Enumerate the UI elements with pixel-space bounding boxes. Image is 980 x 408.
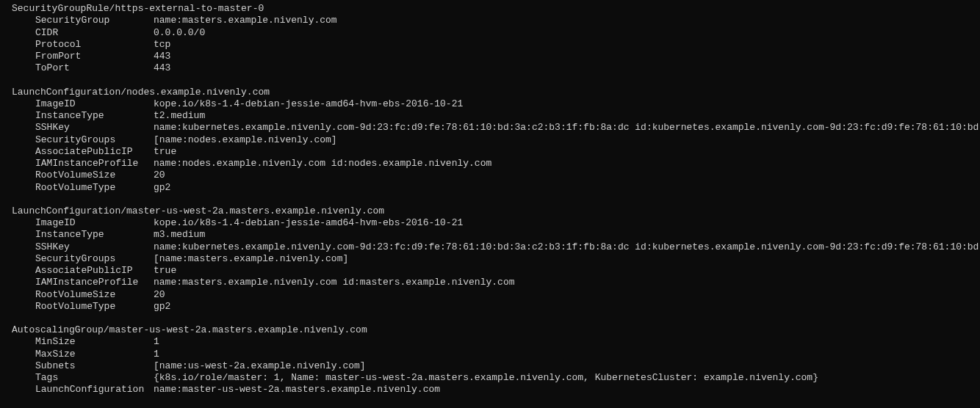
property-value: [name:nodes.example.nivenly.com] bbox=[154, 134, 980, 146]
property-value: [name:masters.example.nivenly.com] bbox=[154, 253, 980, 265]
property-row: AssociatePublicIPtrue bbox=[0, 265, 980, 277]
property-key: LaunchConfiguration bbox=[35, 384, 154, 396]
resource-section: AutoscalingGroup/master-us-west-2a.maste… bbox=[0, 324, 980, 396]
property-key: SSHKey bbox=[35, 122, 154, 134]
property-value: gp2 bbox=[154, 301, 980, 313]
property-key: SecurityGroups bbox=[35, 134, 154, 146]
property-row: FromPort443 bbox=[0, 51, 980, 62]
property-value: 1 bbox=[154, 336, 980, 348]
property-key: ImageID bbox=[35, 98, 154, 110]
property-value: name:masters.example.nivenly.com bbox=[154, 15, 980, 26]
property-value: m3.medium bbox=[154, 229, 980, 241]
property-row: LaunchConfigurationname:master-us-west-2… bbox=[0, 384, 980, 396]
property-value: true bbox=[154, 146, 980, 158]
property-key: IAMInstanceProfile bbox=[35, 158, 154, 170]
resource-section: LaunchConfiguration/nodes.example.nivenl… bbox=[0, 87, 980, 194]
property-key: CIDR bbox=[35, 27, 154, 39]
property-key: AssociatePublicIP bbox=[35, 146, 154, 158]
property-value: 20 bbox=[154, 289, 980, 301]
property-key: FromPort bbox=[35, 51, 154, 62]
resource-section: LaunchConfiguration/master-us-west-2a.ma… bbox=[0, 205, 980, 313]
property-key: RootVolumeType bbox=[35, 301, 154, 313]
property-key: ImageID bbox=[35, 217, 154, 229]
property-key: MaxSize bbox=[35, 349, 154, 360]
property-value: 0.0.0.0/0 bbox=[154, 27, 980, 39]
resource-header: SecurityGroupRule/https-external-to-mast… bbox=[0, 3, 980, 15]
resource-header: LaunchConfiguration/nodes.example.nivenl… bbox=[0, 87, 980, 98]
property-value: tcp bbox=[154, 39, 980, 51]
property-row: SecurityGroups[name:masters.example.nive… bbox=[0, 253, 980, 265]
property-value: {k8s.io/role/master: 1, Name: master-us-… bbox=[154, 372, 980, 384]
property-key: RootVolumeType bbox=[35, 182, 154, 194]
terminal-output: SecurityGroupRule/https-external-to-mast… bbox=[0, 3, 980, 408]
property-value: 443 bbox=[154, 51, 980, 62]
property-row: ImageIDkope.io/k8s-1.4-debian-jessie-amd… bbox=[0, 98, 980, 110]
property-row: Subnets[name:us-west-2a.example.nivenly.… bbox=[0, 360, 980, 372]
property-key: SecurityGroups bbox=[35, 253, 154, 265]
property-key: Protocol bbox=[35, 39, 154, 51]
property-value: name:nodes.example.nivenly.com id:nodes.… bbox=[154, 158, 980, 170]
property-key: AssociatePublicIP bbox=[35, 265, 154, 277]
property-row: SecurityGroupname:masters.example.nivenl… bbox=[0, 15, 980, 26]
property-row: SSHKeyname:kubernetes.example.nivenly.co… bbox=[0, 122, 980, 134]
property-value: [name:us-west-2a.example.nivenly.com] bbox=[154, 360, 980, 372]
property-row: RootVolumeSize20 bbox=[0, 170, 980, 181]
property-value: gp2 bbox=[154, 182, 980, 194]
property-value: true bbox=[154, 265, 980, 277]
property-key: RootVolumeSize bbox=[35, 170, 154, 181]
property-row: IAMInstanceProfilename:nodes.example.niv… bbox=[0, 158, 980, 170]
property-key: Tags bbox=[35, 372, 154, 384]
property-row: CIDR0.0.0.0/0 bbox=[0, 27, 980, 39]
resource-section: SecurityGroupRule/https-external-to-mast… bbox=[0, 3, 980, 75]
property-value: name:kubernetes.example.nivenly.com-9d:2… bbox=[154, 241, 980, 253]
property-value: kope.io/k8s-1.4-debian-jessie-amd64-hvm-… bbox=[154, 98, 980, 110]
property-key: RootVolumeSize bbox=[35, 289, 154, 301]
property-key: MinSize bbox=[35, 336, 154, 348]
property-value: name:masters.example.nivenly.com id:mast… bbox=[154, 277, 980, 288]
property-key: IAMInstanceProfile bbox=[35, 277, 154, 288]
property-row: SecurityGroups[name:nodes.example.nivenl… bbox=[0, 134, 980, 146]
property-row: ToPort443 bbox=[0, 62, 980, 74]
property-value: 443 bbox=[154, 62, 980, 74]
property-row: Protocoltcp bbox=[0, 39, 980, 51]
property-value: name:master-us-west-2a.masters.example.n… bbox=[154, 384, 980, 396]
property-key: ToPort bbox=[35, 62, 154, 74]
property-key: InstanceType bbox=[35, 229, 154, 241]
resource-header: AutoscalingGroup/master-us-west-2a.maste… bbox=[0, 324, 980, 336]
property-value: 20 bbox=[154, 170, 980, 181]
property-row: RootVolumeSize20 bbox=[0, 289, 980, 301]
property-row: InstanceTypet2.medium bbox=[0, 110, 980, 122]
property-key: InstanceType bbox=[35, 110, 154, 122]
property-row: IAMInstanceProfilename:masters.example.n… bbox=[0, 277, 980, 288]
property-row: Tags{k8s.io/role/master: 1, Name: master… bbox=[0, 372, 980, 384]
property-row: SSHKeyname:kubernetes.example.nivenly.co… bbox=[0, 241, 980, 253]
property-value: kope.io/k8s-1.4-debian-jessie-amd64-hvm-… bbox=[154, 217, 980, 229]
property-key: Subnets bbox=[35, 360, 154, 372]
property-row: ImageIDkope.io/k8s-1.4-debian-jessie-amd… bbox=[0, 217, 980, 229]
property-row: MinSize1 bbox=[0, 336, 980, 348]
property-row: InstanceTypem3.medium bbox=[0, 229, 980, 241]
property-key: SecurityGroup bbox=[35, 15, 154, 26]
property-value: name:kubernetes.example.nivenly.com-9d:2… bbox=[154, 122, 980, 134]
property-key: SSHKey bbox=[35, 241, 154, 253]
property-row: RootVolumeTypegp2 bbox=[0, 182, 980, 194]
property-row: RootVolumeTypegp2 bbox=[0, 301, 980, 313]
property-row: AssociatePublicIPtrue bbox=[0, 146, 980, 158]
resource-header: LaunchConfiguration/master-us-west-2a.ma… bbox=[0, 205, 980, 217]
property-row: MaxSize1 bbox=[0, 349, 980, 360]
property-value: 1 bbox=[154, 349, 980, 360]
property-value: t2.medium bbox=[154, 110, 980, 122]
